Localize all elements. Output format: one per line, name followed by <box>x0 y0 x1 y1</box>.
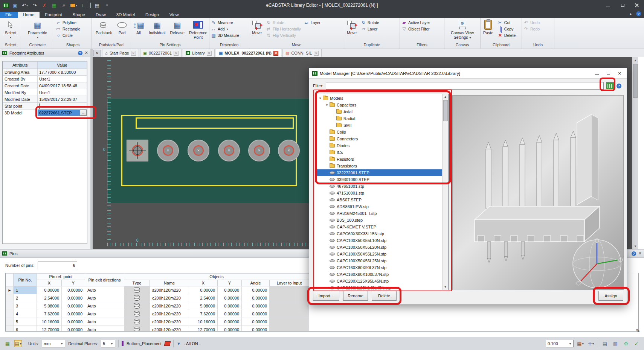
padstack-button[interactable]: Padstack <box>95 19 113 36</box>
paste-button[interactable]: Paste <box>482 19 494 36</box>
zoom-search-icon[interactable]: ⌕ <box>61 2 67 9</box>
pins-release-button[interactable]: ▦ Release <box>169 19 186 36</box>
menu-tab-3dmodel[interactable]: 3D Model <box>111 12 140 18</box>
pad-3[interactable]: ✕ <box>188 140 209 161</box>
save-icon[interactable]: ▣ <box>12 2 18 9</box>
flip-horizontally-button[interactable]: ⇄Flip Horizontally <box>266 26 301 32</box>
tab-0022272061[interactable]: ▣ 0022272061 ✕ <box>140 49 182 57</box>
tab-close-icon[interactable]: ✕ <box>314 51 319 56</box>
tab-library[interactable]: Library ✕ <box>183 49 215 57</box>
image-export-icon[interactable] <box>90 3 91 8</box>
tab-conn-sil[interactable]: ▥ CONN_SIL ✕ <box>282 49 322 57</box>
model-folder-item[interactable]: ▾Capacitors <box>315 102 448 108</box>
model-value-cell[interactable]: 022272061.STEP ... <box>38 110 87 116</box>
pins-close-icon[interactable]: ✕ <box>638 251 642 256</box>
menu-tab-home[interactable]: Home <box>18 12 40 18</box>
coordinate-icon[interactable]: ∟ <box>80 2 87 9</box>
undo-icon[interactable]: ↶▾ <box>21 2 28 9</box>
circle-button[interactable]: ○Circle <box>56 33 80 38</box>
menu-tab-footprint[interactable]: Footprint <box>40 12 67 18</box>
model-folder-item[interactable]: Radial <box>315 115 448 122</box>
assign-button[interactable]: Assign <box>598 291 623 301</box>
tab-close-icon[interactable]: ✕ <box>131 51 136 56</box>
model-file-item[interactable]: 022272061.STEP <box>315 169 448 176</box>
redo-icon[interactable]: ↷ <box>31 2 38 9</box>
model-file-item[interactable]: CAPC100X50X56L25N.stp <box>315 257 448 264</box>
grid-color-icon[interactable]: ▦ <box>51 2 58 9</box>
redo-ribbon-button[interactable]: ↷Redo <box>523 26 540 32</box>
pin-row[interactable]: 22.540000.00000Autoc200h120m2202.540000.… <box>6 294 309 302</box>
flip-board-icon[interactable] <box>164 341 171 346</box>
pin-row[interactable]: ▶10.000000.00000Autos200h120m2200.000000… <box>6 286 309 294</box>
model-folder-item[interactable]: Connectors <box>315 135 448 142</box>
model-folder-item[interactable]: Diodes <box>315 142 448 149</box>
active-layer-name[interactable]: Bottom_Placement <box>127 341 162 346</box>
model-file-item[interactable]: CAPC160X80X100L37N.stp <box>315 271 448 278</box>
import-button[interactable]: Import... <box>313 291 339 301</box>
menu-tab-view[interactable]: View <box>164 12 184 18</box>
pad-5[interactable]: ✕ <box>248 140 270 161</box>
menu-tab-shape[interactable]: Shape <box>67 12 90 18</box>
model-file-item[interactable]: ABS07.STEP <box>315 196 448 203</box>
grid-size-select[interactable]: 0.100▼ <box>546 340 574 347</box>
duplicate-layer-button[interactable]: ▱Layer <box>361 26 379 32</box>
rectangle-button[interactable]: ▭Rectangle <box>56 26 80 32</box>
model-folder-item[interactable]: ICs <box>315 149 448 156</box>
measure-button[interactable]: ✎Measure <box>211 20 239 25</box>
pad-1[interactable] <box>127 140 148 161</box>
units-select[interactable]: mm▼ <box>42 340 65 347</box>
model-file-item[interactable]: CAPC200X125X145L45N.stp <box>315 285 448 290</box>
model-3d-preview[interactable] <box>452 95 624 290</box>
pad-4[interactable]: ✕ <box>218 140 240 161</box>
dialog-help-icon[interactable]: ? <box>617 84 621 88</box>
flip-vertically-button[interactable]: ⇅Flip Vertically <box>266 33 301 38</box>
settings-icon[interactable]: ⚙ <box>622 340 630 347</box>
pad-button[interactable]: Pad <box>116 19 128 36</box>
duplicate-move-button[interactable]: ✚✚ Move <box>346 19 358 36</box>
3d-measure-button[interactable]: ▥3D Measure <box>211 33 239 38</box>
model-file-item[interactable]: 039301060.STEP <box>315 176 448 183</box>
model-file-item[interactable]: CAPC100X50X55L25N.stp <box>315 251 448 257</box>
parametric-button[interactable]: ▦ Parametric▾ <box>27 19 48 40</box>
dialog-maximize-button[interactable] <box>603 69 614 78</box>
collapse-ribbon-icon[interactable]: ▲ <box>629 12 632 16</box>
delete-button[interactable]: Delete <box>372 291 397 301</box>
model-file-item[interactable]: ADS8691IPW.stp <box>315 203 448 210</box>
close-pane-button[interactable]: ✕ <box>93 50 101 56</box>
board-status-icon[interactable]: ▦ <box>4 340 11 347</box>
tab-start-page[interactable]: ⌂ Start Page ✕ <box>102 49 139 57</box>
grid-style-icon[interactable]: ▦▾ <box>577 340 584 347</box>
canvas-view-settings-button[interactable]: ⚙ Canvas View Settings ▾ <box>447 19 478 40</box>
dialog-minimize-button[interactable] <box>591 69 603 78</box>
rotate-button[interactable]: ↻Rotate <box>266 20 301 25</box>
model-folder-item[interactable]: Transistors <box>315 163 448 169</box>
move-button[interactable]: ✚✚ Move <box>251 19 263 36</box>
model-folder-item[interactable]: Resistors <box>315 156 448 163</box>
model-file-item[interactable]: CAPC100X50X55L20N.stp <box>315 244 448 251</box>
model-list-scrollbar[interactable]: ▲▼ <box>442 94 448 290</box>
cut-button[interactable]: ✂Cut <box>497 20 516 25</box>
move-layer-button[interactable]: ▱Layer <box>304 20 320 25</box>
copy-button[interactable]: Copy <box>497 26 516 32</box>
pad-6[interactable]: ✕ <box>278 140 300 161</box>
model-file-item[interactable]: 471510001.stp <box>315 190 448 196</box>
edit-pencil-icon[interactable]: ✎ <box>636 328 640 334</box>
model-file-item[interactable]: CAPC160X80X90L37N.stp <box>315 264 448 271</box>
select-button[interactable]: Select▾ <box>4 19 17 40</box>
model-folder-item[interactable]: SMT <box>315 122 448 129</box>
model-file-item[interactable]: CAPC60X30X33L15N.stp <box>315 230 448 237</box>
model-folder-item[interactable]: Coils <box>315 129 448 135</box>
dialog-close-button[interactable]: × <box>614 69 625 78</box>
star-point-checkbox[interactable] <box>39 103 40 109</box>
close-button[interactable] <box>630 0 644 11</box>
qat-more-icon[interactable]: ≡ <box>104 2 110 9</box>
comment-icon[interactable]: ▾ <box>70 4 77 7</box>
detach-view-icon[interactable]: ✗ <box>41 2 48 9</box>
rename-button[interactable]: Rename <box>343 291 368 301</box>
filter-input[interactable] <box>326 82 604 90</box>
active-layer-button[interactable]: ▰Active Layer <box>401 20 430 25</box>
panels-icon[interactable]: ▥ <box>612 340 619 347</box>
pin-row[interactable]: 35.080000.00000Autoc200h120m2205.080000.… <box>6 302 309 310</box>
expand-arrow-icon[interactable]: ▾ <box>317 96 323 100</box>
object-filter-button[interactable]: ▽Object Filter <box>401 26 430 32</box>
